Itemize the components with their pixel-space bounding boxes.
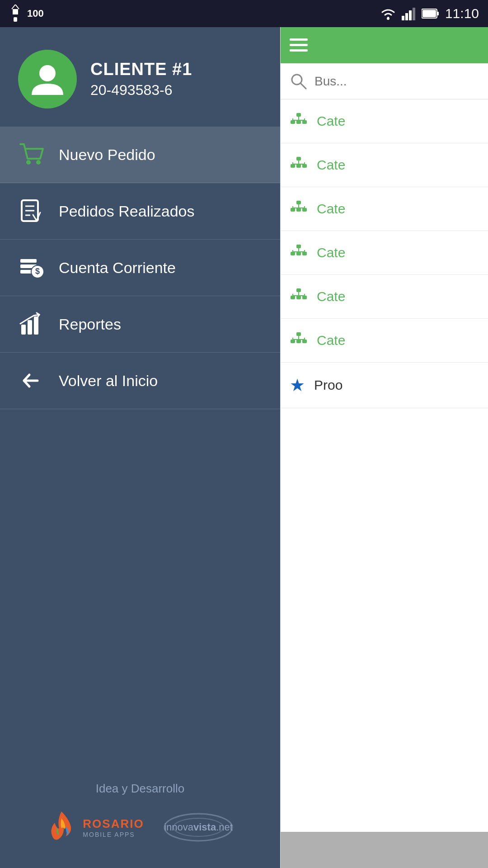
svg-rect-58 xyxy=(296,245,301,248)
category-item-2[interactable]: Cate xyxy=(281,143,488,187)
svg-text:innovavista.net: innovavista.net xyxy=(164,821,233,833)
pedidos-realizados-label: Pedidos Realizados xyxy=(59,203,195,220)
search-bar xyxy=(281,63,488,99)
footer-label: Idea y Desarrollo xyxy=(96,782,185,796)
menu-item-reportes[interactable]: Reportes xyxy=(0,296,280,353)
panel-bottom xyxy=(281,832,488,868)
user-name: CLIENTE #1 xyxy=(90,60,192,79)
svg-point-3 xyxy=(387,17,389,20)
svg-line-1 xyxy=(12,5,15,9)
svg-rect-74 xyxy=(296,332,301,336)
svg-rect-4 xyxy=(402,16,404,20)
category-tree-icon-5 xyxy=(290,288,308,306)
svg-point-12 xyxy=(26,160,31,165)
search-icon xyxy=(290,72,308,90)
svg-rect-34 xyxy=(296,113,301,117)
coins-icon: $ xyxy=(18,254,45,281)
svg-rect-18 xyxy=(20,259,37,263)
svg-rect-53 xyxy=(302,208,307,212)
category-item-5[interactable]: Cate xyxy=(281,275,488,319)
user-info: CLIENTE #1 20-493583-6 xyxy=(90,60,192,99)
category-label-3: Cate xyxy=(317,201,345,217)
category-tree-icon-2 xyxy=(290,156,308,174)
svg-text:$: $ xyxy=(35,267,39,276)
category-list: Cate Cate xyxy=(281,99,488,832)
svg-rect-51 xyxy=(291,208,295,212)
svg-rect-37 xyxy=(302,120,307,124)
svg-rect-75 xyxy=(291,340,295,343)
category-tree-icon-3 xyxy=(290,200,308,218)
rosario-text: ROSARIO MOBILE APPS xyxy=(83,817,144,838)
svg-line-2 xyxy=(15,5,19,9)
svg-rect-24 xyxy=(28,320,32,335)
signal-icon xyxy=(402,7,416,20)
hamburger-icon[interactable] xyxy=(290,38,308,52)
svg-rect-69 xyxy=(302,296,307,299)
volver-inicio-label: Volver al Inicio xyxy=(59,372,158,390)
category-item-1[interactable]: Cate xyxy=(281,99,488,143)
avatar-icon xyxy=(27,59,68,99)
svg-rect-66 xyxy=(296,288,301,292)
battery-indicator: 100 xyxy=(27,8,44,19)
arrow-back-icon xyxy=(18,367,45,394)
avatar xyxy=(18,50,77,108)
category-tree-icon-6 xyxy=(290,331,308,349)
right-panel: Cate Cate xyxy=(280,27,488,868)
svg-rect-68 xyxy=(296,296,301,299)
category-item-6[interactable]: Cate xyxy=(281,319,488,363)
wifi-icon xyxy=(380,7,396,20)
usb-icon xyxy=(9,5,22,23)
svg-rect-5 xyxy=(405,13,408,20)
rosario-brand-sub: MOBILE APPS xyxy=(83,831,144,838)
category-item-3[interactable]: Cate xyxy=(281,187,488,231)
svg-rect-7 xyxy=(413,8,415,20)
svg-rect-23 xyxy=(21,325,26,335)
svg-rect-35 xyxy=(291,120,295,124)
svg-rect-10 xyxy=(422,10,436,17)
category-label-6: Cate xyxy=(317,333,345,348)
menu-item-pedidos-realizados[interactable]: Pedidos Realizados xyxy=(0,183,280,240)
category-tree-icon-4 xyxy=(290,244,308,262)
svg-rect-36 xyxy=(296,120,301,124)
drawer: CLIENTE #1 20-493583-6 Nuevo Pedido xyxy=(0,27,280,868)
svg-point-13 xyxy=(36,160,41,165)
menu-item-cuenta-corriente[interactable]: $ Cuenta Corriente xyxy=(0,240,280,296)
category-label-2: Cate xyxy=(317,157,345,173)
category-label-1: Cate xyxy=(317,113,345,129)
rosario-logo: ROSARIO MOBILE APPS xyxy=(46,809,144,845)
svg-rect-30 xyxy=(290,44,308,46)
battery-icon xyxy=(422,8,440,19)
svg-rect-50 xyxy=(296,201,301,204)
innova-icon: innovavista.net xyxy=(162,811,235,843)
chart-icon xyxy=(18,311,45,338)
promo-item[interactable]: ★ Proo xyxy=(281,363,488,408)
footer-logos: ROSARIO MOBILE APPS innovavista.net xyxy=(46,809,234,845)
category-label-5: Cate xyxy=(317,289,345,304)
menu-item-volver-inicio[interactable]: Volver al Inicio xyxy=(0,353,280,409)
reportes-label: Reportes xyxy=(59,316,121,333)
svg-rect-60 xyxy=(296,252,301,255)
rosario-flame-icon xyxy=(46,809,77,845)
promo-label: Proo xyxy=(314,377,343,393)
menu-item-nuevo-pedido[interactable]: Nuevo Pedido xyxy=(0,127,280,183)
status-bar-right: 11:10 xyxy=(380,6,479,21)
category-item-4[interactable]: Cate xyxy=(281,231,488,275)
menu-list: Nuevo Pedido Pedidos Realizados xyxy=(0,127,280,764)
svg-rect-0 xyxy=(14,17,17,22)
svg-line-33 xyxy=(300,83,306,89)
main-layout: CLIENTE #1 20-493583-6 Nuevo Pedido xyxy=(0,27,488,868)
search-input[interactable] xyxy=(314,74,479,89)
svg-rect-43 xyxy=(291,164,295,168)
user-id: 20-493583-6 xyxy=(90,82,192,99)
svg-rect-31 xyxy=(290,49,308,52)
svg-rect-44 xyxy=(296,164,301,168)
svg-rect-29 xyxy=(290,38,308,41)
category-tree-icon-1 xyxy=(290,112,308,130)
category-label-4: Cate xyxy=(317,245,345,260)
svg-point-11 xyxy=(39,65,56,81)
svg-rect-59 xyxy=(291,252,295,255)
status-bar: 100 11:10 xyxy=(0,0,488,27)
status-bar-left: 100 xyxy=(9,5,44,23)
status-time: 11:10 xyxy=(445,6,479,21)
svg-rect-9 xyxy=(437,12,439,15)
